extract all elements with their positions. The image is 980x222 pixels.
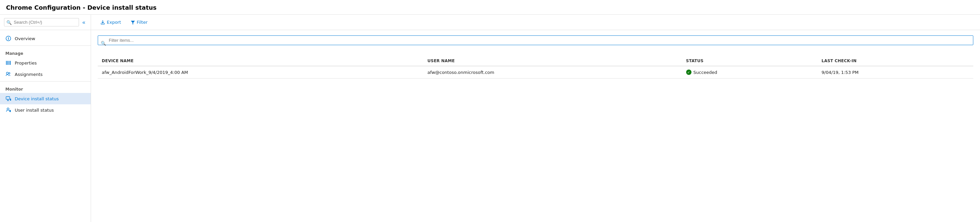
svg-marker-12 xyxy=(131,21,135,24)
svg-rect-2 xyxy=(6,61,7,65)
sidebar-section-manage: Manage xyxy=(0,47,91,57)
sidebar-item-overview[interactable]: i Overview xyxy=(0,33,91,44)
filter-button[interactable]: Filter xyxy=(128,18,150,26)
sidebar-item-label-user-install-status: User install status xyxy=(15,108,54,113)
svg-rect-9 xyxy=(10,98,11,101)
data-table: DEVICE NAME USER NAME STATUS LAST CHECK-… xyxy=(98,56,973,79)
cell-device-name: afw_AndroidForWork_9/4/2019_4:00 AM xyxy=(98,66,423,79)
title-bar: Chrome Configuration - Device install st… xyxy=(0,0,980,15)
filter-icon xyxy=(130,20,135,25)
svg-point-10 xyxy=(7,108,9,110)
svg-rect-8 xyxy=(6,97,10,99)
content-area: Export Filter 🔍 DEVICE NAME xyxy=(91,15,980,222)
export-icon xyxy=(100,20,105,25)
sidebar-item-properties[interactable]: Properties xyxy=(0,57,91,68)
search-icon: 🔍 xyxy=(6,20,12,25)
sidebar-search-wrap: 🔍 xyxy=(4,18,79,26)
filter-label: Filter xyxy=(137,20,148,25)
col-header-device-name: DEVICE NAME xyxy=(98,56,423,66)
sidebar: 🔍 « i Overview Manage xyxy=(0,15,91,222)
cell-last-checkin: 9/04/19, 1:53 PM xyxy=(818,66,973,79)
table-area: 🔍 DEVICE NAME USER NAME STATUS LAST CHEC… xyxy=(91,30,980,222)
sidebar-divider-2 xyxy=(0,81,91,82)
sidebar-nav: i Overview Manage Properties xyxy=(0,30,91,222)
main-layout: 🔍 « i Overview Manage xyxy=(0,15,980,222)
svg-point-6 xyxy=(6,72,8,74)
status-text: Succeeded xyxy=(694,70,717,75)
col-header-status: STATUS xyxy=(682,56,818,66)
filter-search-input[interactable] xyxy=(98,35,973,45)
svg-rect-3 xyxy=(7,61,8,65)
page-title: Chrome Configuration - Device install st… xyxy=(6,4,974,11)
sidebar-section-monitor: Monitor xyxy=(0,83,91,93)
table-header-row: DEVICE NAME USER NAME STATUS LAST CHECK-… xyxy=(98,56,973,66)
col-header-user-name: USER NAME xyxy=(423,56,682,66)
cell-user-name: afw@contoso.onmicrosoft.com xyxy=(423,66,682,79)
sidebar-item-label-overview: Overview xyxy=(15,36,35,41)
svg-rect-11 xyxy=(10,110,11,112)
export-label: Export xyxy=(107,20,121,25)
sidebar-item-device-install-status[interactable]: Device install status xyxy=(0,93,91,104)
filter-search-wrap: 🔍 xyxy=(98,35,973,51)
info-icon: i xyxy=(5,35,11,41)
sidebar-item-assignments[interactable]: Assignments xyxy=(0,68,91,80)
status-badge: Succeeded xyxy=(686,70,814,75)
user-status-icon xyxy=(5,107,11,113)
sidebar-item-user-install-status[interactable]: User install status xyxy=(0,104,91,116)
sidebar-search-input[interactable] xyxy=(4,18,79,26)
filter-search-icon: 🔍 xyxy=(101,40,106,46)
table-row: afw_AndroidForWork_9/4/2019_4:00 AMafw@c… xyxy=(98,66,973,79)
svg-rect-4 xyxy=(9,61,10,65)
svg-text:i: i xyxy=(8,37,9,40)
svg-point-7 xyxy=(9,73,10,74)
properties-icon xyxy=(5,60,11,66)
sidebar-search-row: 🔍 « xyxy=(0,15,91,30)
svg-rect-5 xyxy=(10,61,11,65)
sidebar-item-label-device-install-status: Device install status xyxy=(15,96,59,101)
success-icon xyxy=(686,70,692,75)
sidebar-item-label-properties: Properties xyxy=(15,60,37,65)
col-header-last-checkin: LAST CHECK-IN xyxy=(818,56,973,66)
toolbar: Export Filter xyxy=(91,15,980,30)
assignments-icon xyxy=(5,71,11,77)
sidebar-item-label-assignments: Assignments xyxy=(15,72,43,77)
device-status-icon xyxy=(5,96,11,101)
cell-status: Succeeded xyxy=(682,66,818,79)
export-button[interactable]: Export xyxy=(98,18,124,26)
sidebar-collapse-button[interactable]: « xyxy=(81,19,87,26)
